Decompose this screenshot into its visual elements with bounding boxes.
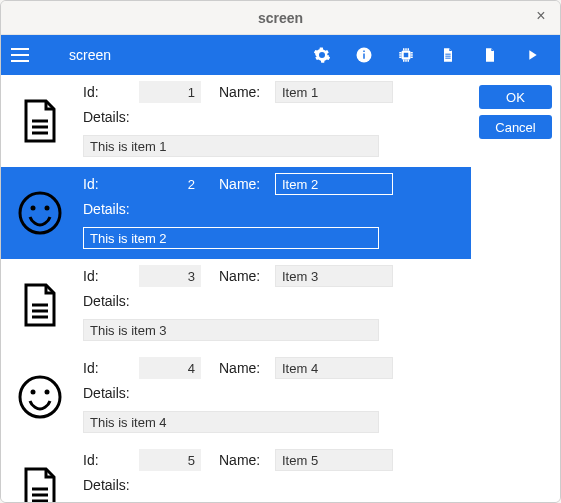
list-item-body: Id:Name:Details: — [79, 75, 471, 167]
document-icon[interactable] — [438, 45, 458, 65]
smiley-icon — [1, 351, 79, 443]
window-title: screen — [258, 10, 303, 26]
chip-icon[interactable] — [396, 45, 416, 65]
list-item-body: Id:Name:Details: — [79, 167, 471, 259]
details-label: Details: — [83, 293, 130, 309]
name-label: Name: — [219, 84, 265, 100]
titlebar: screen × — [1, 1, 560, 35]
list-item-body: Id:Name:Details: — [79, 443, 471, 502]
svg-rect-4 — [404, 53, 409, 58]
list-pane: Id:Name:Details:Id:Name:Details:Id:Name:… — [1, 75, 471, 502]
list-item[interactable]: Id:Name:Details: — [1, 351, 471, 443]
document-icon — [1, 75, 79, 167]
ok-button[interactable]: OK — [479, 85, 552, 109]
details-label: Details: — [83, 201, 130, 217]
svg-rect-2 — [363, 51, 365, 53]
window-close-button[interactable]: × — [532, 7, 550, 25]
list-scroll[interactable]: Id:Name:Details:Id:Name:Details:Id:Name:… — [1, 75, 471, 502]
name-field[interactable] — [275, 173, 393, 195]
id-label: Id: — [83, 176, 129, 192]
list-item[interactable]: Id:Name:Details: — [1, 443, 471, 502]
details-field[interactable] — [83, 135, 379, 157]
app-window: screen × screen — [0, 0, 561, 503]
toolbar-title: screen — [69, 47, 111, 63]
svg-point-12 — [31, 206, 36, 211]
list-item-body: Id:Name:Details: — [79, 259, 471, 351]
name-label: Name: — [219, 360, 265, 376]
name-field[interactable] — [275, 449, 393, 471]
name-field[interactable] — [275, 357, 393, 379]
gear-icon[interactable] — [312, 45, 332, 65]
toolbar: screen — [1, 35, 560, 75]
id-field[interactable] — [139, 357, 201, 379]
list-item-body: Id:Name:Details: — [79, 351, 471, 443]
details-label: Details: — [83, 385, 130, 401]
document-icon — [1, 443, 79, 502]
cancel-button[interactable]: Cancel — [479, 115, 552, 139]
svg-rect-6 — [445, 56, 450, 57]
svg-point-11 — [20, 193, 60, 233]
play-icon[interactable] — [522, 45, 542, 65]
details-field[interactable] — [83, 319, 379, 341]
id-label: Id: — [83, 84, 129, 100]
name-label: Name: — [219, 452, 265, 468]
details-label: Details: — [83, 477, 130, 493]
name-field[interactable] — [275, 265, 393, 287]
svg-point-17 — [20, 377, 60, 417]
svg-rect-1 — [363, 54, 365, 59]
menu-icon[interactable] — [11, 41, 39, 69]
id-label: Id: — [83, 360, 129, 376]
id-field[interactable] — [139, 265, 201, 287]
document-icon — [1, 259, 79, 351]
id-field[interactable] — [139, 449, 201, 471]
name-label: Name: — [219, 176, 265, 192]
list-item[interactable]: Id:Name:Details: — [1, 259, 471, 351]
details-label: Details: — [83, 109, 130, 125]
info-icon[interactable] — [354, 45, 374, 65]
svg-point-18 — [31, 390, 36, 395]
details-field[interactable] — [83, 227, 379, 249]
smiley-icon — [1, 167, 79, 259]
id-label: Id: — [83, 268, 129, 284]
toolbar-actions — [312, 45, 542, 65]
name-field[interactable] — [275, 81, 393, 103]
name-label: Name: — [219, 268, 265, 284]
id-label: Id: — [83, 452, 129, 468]
side-pane: OK Cancel — [471, 75, 560, 502]
new-document-icon[interactable] — [480, 45, 500, 65]
svg-point-13 — [45, 206, 50, 211]
details-field[interactable] — [83, 411, 379, 433]
id-field[interactable] — [139, 173, 201, 195]
svg-point-19 — [45, 390, 50, 395]
list-item[interactable]: Id:Name:Details: — [1, 167, 471, 259]
id-field[interactable] — [139, 81, 201, 103]
svg-rect-5 — [445, 54, 450, 55]
svg-rect-7 — [445, 58, 450, 59]
list-item[interactable]: Id:Name:Details: — [1, 75, 471, 167]
